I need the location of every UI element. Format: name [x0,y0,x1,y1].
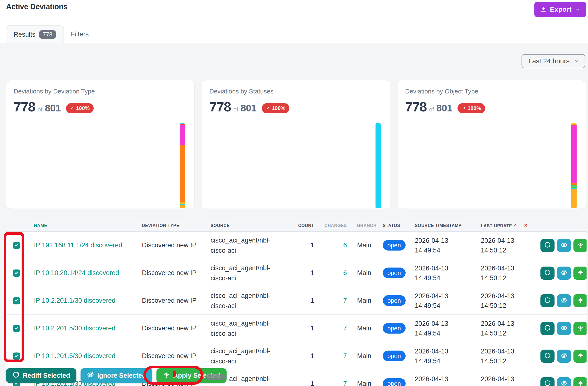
table-row: IP 10.2.201.5/30 discovered Discovered n… [6,315,587,342]
tab-results[interactable]: Results 778 [6,25,64,43]
stat-of-label: of [38,106,42,113]
last-update-date: 2026-04-13 [481,263,540,273]
stat-total-count: 801 [436,103,452,114]
column-header-source[interactable]: SOURCE [210,220,291,231]
changes-link[interactable]: 7 [314,297,347,304]
row-apply-button[interactable] [573,322,587,335]
refresh-icon [544,297,551,304]
row-rediff-button[interactable] [541,322,555,335]
column-header-changes[interactable]: CHANGES [314,223,347,228]
deviation-source: cisco_aci_agent/nbl-cisco-aci [210,318,291,339]
status-badge: open [383,378,406,386]
last-update-time: 14:50:12 [481,328,540,338]
row-checkbox[interactable] [13,242,20,249]
row-ignore-button[interactable] [557,267,571,280]
column-header-source-timestamp[interactable]: SOURCE TIMESTAMP [415,221,481,230]
column-header-count[interactable]: COUNT [291,223,314,228]
deviation-name-link[interactable]: IP 10.10.20.14/24 discovered [34,269,142,277]
time-range-select[interactable]: Last 24 hours [522,54,585,68]
export-button[interactable]: Export [534,2,586,17]
table-row: IP 10.2.201.1/30 discovered Discovered n… [6,287,587,315]
row-checkbox[interactable] [13,270,20,277]
active-deviations-page: Active Deviations Export Results 778 Fil… [0,0,588,386]
row-apply-button[interactable] [573,239,587,252]
deviation-name-link[interactable]: IP 10.2.201.1/30 discovered [34,297,142,304]
row-rediff-button[interactable] [541,350,555,363]
column-header-status[interactable]: STATUS [377,223,415,228]
row-apply-button[interactable] [573,294,587,307]
refresh-icon [544,380,551,386]
refresh-icon [544,242,551,249]
check-icon [14,325,19,332]
column-header-branch[interactable]: BRANCH [347,223,377,228]
changes-link[interactable]: 7 [314,380,347,386]
row-apply-button[interactable] [573,377,587,386]
trend-up-icon [70,105,74,112]
row-rediff-button[interactable] [541,267,555,280]
changes-link[interactable]: 6 [314,269,347,277]
trend-up-icon [462,105,465,112]
row-rediff-button[interactable] [541,294,555,307]
deviation-type: Discovered new IP [142,352,210,360]
status-badge: open [383,268,406,278]
row-ignore-button[interactable] [557,377,571,386]
bar-segment [571,126,577,183]
bar-segment [180,205,185,208]
row-checkbox[interactable] [13,353,20,360]
changes-link[interactable]: 6 [314,242,347,249]
card-title: Deviations by Deviation Type [14,88,95,95]
last-update: 2026-04-13 14:50:12 [481,319,540,338]
row-actions [540,267,587,280]
status-cell: open [377,352,415,360]
status-cell: open [377,380,415,386]
export-button-label: Export [550,6,571,13]
refresh-icon [544,325,551,332]
deviation-name-link[interactable]: IP 10.1.201.5/30 discovered [34,352,142,360]
source-timestamp: 2026-04-13 14:49:54 [415,236,481,255]
row-rediff-button[interactable] [541,377,555,386]
table-header: NAME DEVIATION TYPE SOURCE COUNT CHANGES… [6,220,587,232]
eye-slash-icon [561,352,567,360]
deviation-count: 1 [291,297,314,304]
eye-slash-icon [561,380,567,386]
row-checkbox[interactable] [13,325,20,332]
rediff-selected-button[interactable]: Rediff Selected [6,368,76,383]
last-update-time: 14:50:12 [481,246,540,255]
page-title: Active Deviations [6,2,67,11]
bulk-action-bar: Rediff Selected Ignore Selected Apply Se… [6,368,227,383]
bar-segment [571,123,577,125]
ignore-selected-button[interactable]: Ignore Selected [81,368,152,383]
row-apply-button[interactable] [573,267,587,280]
last-update: 2026-04-13 14:50:12 [481,236,540,255]
row-ignore-button[interactable] [557,294,571,307]
deviation-name-link[interactable]: IP 10.2.201.5/30 discovered [34,325,142,332]
status-badge: open [383,295,406,306]
column-header-deviation-type[interactable]: DEVIATION TYPE [142,223,210,228]
eye-slash-icon [561,297,567,304]
apply-selected-button[interactable]: Apply Selected [156,368,227,383]
column-header-name[interactable]: NAME [34,223,142,228]
source-timestamp: 2026-04-13 14:49:54 [415,291,481,311]
source-timestamp-date: 2026-04-13 [415,236,481,246]
row-rediff-button[interactable] [541,239,555,252]
source-timestamp: 2026-04-13 14:49:54 [415,263,481,283]
last-update: 2026-04-13 14:50:12 [481,263,540,283]
changes-link[interactable]: 7 [314,352,347,360]
row-apply-button[interactable] [573,350,587,363]
last-update-date: 2026-04-13 [481,236,540,246]
status-cell: open [377,297,415,304]
changes-link[interactable]: 7 [314,325,347,332]
row-ignore-button[interactable] [557,350,571,363]
row-checkbox[interactable] [13,297,20,304]
source-timestamp-time: 14:49:54 [415,328,481,338]
deviation-name-link[interactable]: IP 192.168.11.1/24 discovered [34,242,142,249]
deviation-count: 1 [291,352,314,360]
tab-filters[interactable]: Filters [63,25,96,43]
row-ignore-button[interactable] [557,239,571,252]
clear-sort-icon[interactable]: × [524,222,528,228]
row-ignore-button[interactable] [557,322,571,335]
table-body: IP 192.168.11.1/24 discovered Discovered… [6,232,587,386]
deviation-type: Discovered new IP [142,325,210,332]
column-header-last-update[interactable]: LAST UPDATE^× [481,220,540,231]
deviation-type: Discovered new IP [142,242,210,249]
